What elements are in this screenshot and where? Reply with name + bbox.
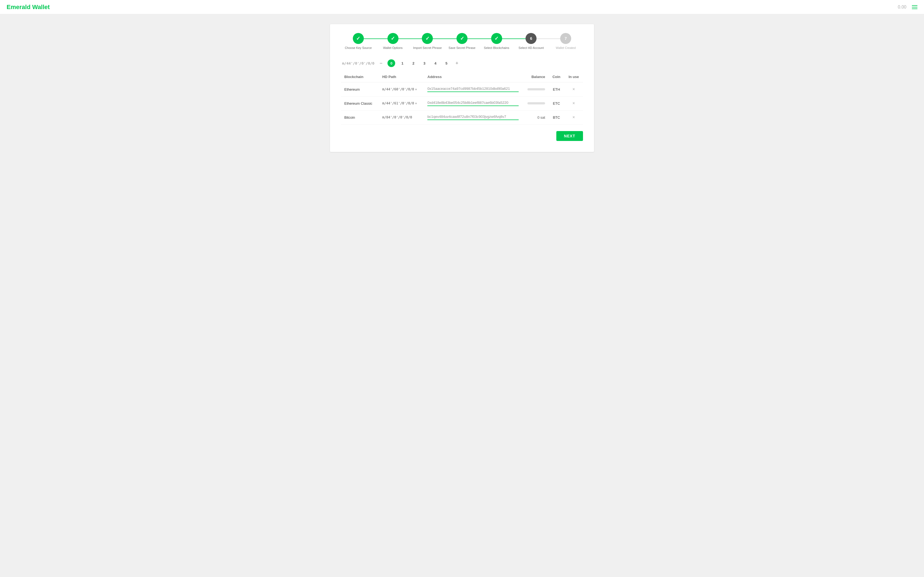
step-circle-7: 7 (560, 33, 571, 44)
address-cell: 0x15aaceacce74a97cd9987bb45b12810dbd90a6… (424, 82, 522, 97)
step-circle-3: ✓ (422, 33, 433, 44)
step-label-3: Import Secret Phrase (413, 46, 442, 50)
step-label-7: Wallet Created (556, 46, 575, 50)
topbar-balance: 0.00 (898, 5, 906, 10)
index-4-button[interactable]: 4 (431, 60, 439, 67)
app-logo: Emerald Wallet (6, 3, 50, 11)
hd-path-cell: m/44'/61'/0'/0/0 ▼ (379, 97, 424, 110)
main-content: ✓ Choose Key Source ✓ Wallet Options ✓ I… (0, 14, 924, 162)
step-label-1: Choose Key Source (345, 46, 372, 50)
step-select-blockchains: ✓ Select Blockchains (479, 33, 514, 50)
col-header-address: Address (424, 73, 522, 82)
step-save-secret-phrase: ✓ Save Secret Phrase (445, 33, 479, 50)
col-header-coin: Coin (548, 73, 564, 82)
chevron-down-icon[interactable]: ▼ (415, 88, 417, 91)
address-cell: 0xd418e8b43be054c25b8b1eef887cae6b03fa52… (424, 97, 522, 110)
step-wallet-options: ✓ Wallet Options (376, 33, 410, 50)
hd-path-cell: m/44'/60'/0'/0/0 ▼ (379, 82, 424, 97)
remove-row-button[interactable]: × (571, 114, 577, 120)
in-use-cell: × (564, 97, 583, 110)
step-circle-4: ✓ (457, 33, 467, 44)
in-use-cell: × (564, 82, 583, 97)
hd-path-cell: m/84'/0'/0'/0/0 (379, 110, 424, 124)
blockchain-cell: Ethereum (341, 82, 379, 97)
blockchain-cell: Bitcoin (341, 110, 379, 124)
account-selector: m/44'/0'/0'/0/0 − 0 1 2 3 4 5 + (341, 60, 583, 67)
stepper: ✓ Choose Key Source ✓ Wallet Options ✓ I… (341, 33, 583, 50)
balance-bar (527, 88, 545, 90)
index-2-button[interactable]: 2 (409, 60, 417, 67)
decrement-index-button[interactable]: − (378, 60, 384, 66)
step-choose-key-source: ✓ Choose Key Source (341, 33, 376, 50)
index-1-button[interactable]: 1 (399, 60, 406, 67)
next-button[interactable]: NEXT (556, 131, 583, 141)
step-circle-2: ✓ (388, 33, 399, 44)
coin-cell: ETC (548, 97, 564, 110)
col-header-in-use: In use (564, 73, 583, 82)
accounts-table: Blockchain HD Path Address Balance Coin … (341, 73, 583, 124)
step-label-5: Select Blockchains (484, 46, 509, 50)
col-header-hd-path: HD Path (379, 73, 424, 82)
step-circle-5: ✓ (491, 33, 502, 44)
path-label: m/44'/0'/0'/0/0 (342, 61, 374, 65)
balance-cell: 0 sat (522, 110, 549, 124)
hd-path-value: m/44'/61'/0'/0/0 ▼ (382, 102, 421, 105)
table-row: Ethereum m/44'/60'/0'/0/0 ▼ 0x15aaceacce… (341, 82, 583, 97)
balance-cell (522, 97, 549, 110)
table-row: Ethereum Classic m/44'/61'/0'/0/0 ▼ 0xd4… (341, 97, 583, 110)
table-row: Bitcoin m/84'/0'/0'/0/0 bc1qev484uv4caw8… (341, 110, 583, 124)
step-label-4: Save Secret Phrase (449, 46, 475, 50)
remove-row-button[interactable]: × (571, 86, 577, 92)
balance-bar (527, 102, 545, 105)
logo-highlight: Emerald (6, 3, 31, 10)
hd-path-value: m/84'/0'/0'/0/0 (382, 115, 421, 119)
balance-cell (522, 82, 549, 97)
address-cell: bc1qev484uv4caw8f72u8n7f03c903jvgzw6fvq8… (424, 110, 522, 124)
actions-bar: NEXT (341, 131, 583, 141)
wizard-card: ✓ Choose Key Source ✓ Wallet Options ✓ I… (330, 24, 594, 152)
step-label-6: Select HD Account (519, 46, 544, 50)
hd-path-value: m/44'/60'/0'/0/0 ▼ (382, 87, 421, 91)
step-wallet-created: 7 Wallet Created (548, 33, 583, 50)
step-circle-1: ✓ (353, 33, 364, 44)
coin-cell: ETH (548, 82, 564, 97)
topbar-right: 0.00 (898, 5, 918, 10)
address-value: 0x15aaceacce74a97cd9987bb45b12810dbd90a6… (427, 87, 519, 92)
col-header-balance: Balance (522, 73, 549, 82)
remove-row-button[interactable]: × (571, 100, 577, 106)
index-5-button[interactable]: 5 (443, 60, 450, 67)
chevron-down-icon[interactable]: ▼ (415, 102, 417, 105)
index-3-button[interactable]: 3 (420, 60, 428, 67)
step-label-2: Wallet Options (383, 46, 402, 50)
topbar: Emerald Wallet 0.00 (0, 0, 924, 14)
increment-index-button[interactable]: + (454, 60, 460, 66)
in-use-cell: × (564, 110, 583, 124)
coin-cell: BTC (548, 110, 564, 124)
step-import-secret-phrase: ✓ Import Secret Phrase (410, 33, 445, 50)
address-value: bc1qev484uv4caw8f72u8n7f03c903jvgzw6fvq8… (427, 114, 519, 120)
step-circle-6: 6 (525, 33, 536, 44)
address-value: 0xd418e8b43be054c25b8b1eef887cae6b03fa52… (427, 101, 519, 106)
blockchain-cell: Ethereum Classic (341, 97, 379, 110)
index-0-button[interactable]: 0 (388, 60, 395, 67)
step-select-hd-account: 6 Select HD Account (514, 33, 549, 50)
table-header-row: Blockchain HD Path Address Balance Coin … (341, 73, 583, 82)
menu-icon[interactable] (912, 5, 918, 9)
col-header-blockchain: Blockchain (341, 73, 379, 82)
